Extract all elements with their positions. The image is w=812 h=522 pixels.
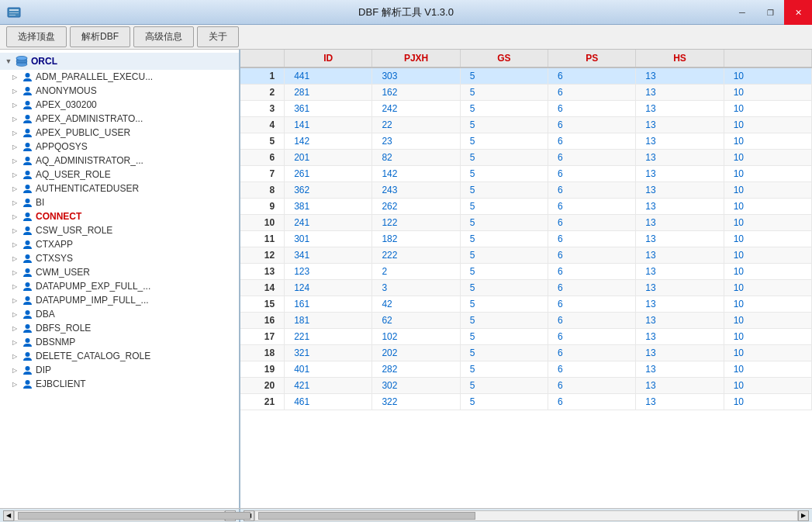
table-row[interactable]: 1516142561310 — [240, 296, 812, 313]
table-row[interactable]: 12341222561310 — [240, 247, 812, 264]
h-scroll-thumb-left[interactable] — [18, 512, 251, 520]
table-row[interactable]: 8362243561310 — [240, 182, 812, 199]
table-cell: 10 — [724, 378, 811, 394]
table-cell: 10 — [724, 247, 811, 264]
tree-item[interactable]: ▷ DBA — [0, 307, 239, 321]
user-icon — [22, 309, 33, 320]
table-row[interactable]: 21461322561310 — [240, 394, 812, 410]
tree-item[interactable]: ▷ AQ_ADMINISTRATOR_... — [0, 154, 239, 168]
user-icon — [22, 197, 33, 208]
table-cell: 6 — [548, 361, 636, 378]
col-header-pjxh: PJXH — [372, 50, 460, 67]
user-icon — [22, 281, 33, 292]
table-row[interactable]: 414122561310 — [240, 117, 812, 133]
table-cell: 222 — [372, 247, 460, 264]
tree-scroll[interactable]: ▼ ORCL ▷ ADM_PARALLE — [0, 50, 239, 508]
table-row[interactable]: 10241122561310 — [240, 215, 812, 231]
table-row[interactable]: 18321202561310 — [240, 345, 812, 361]
table-cell: 6 — [548, 101, 636, 117]
user-icon — [22, 225, 33, 236]
tree-item[interactable]: ▷ DIP — [0, 363, 239, 377]
minimize-button[interactable] — [728, 0, 756, 25]
table-row[interactable]: 131232561310 — [240, 264, 812, 280]
table-cell: 10 — [724, 345, 811, 361]
table-row[interactable]: 514223561310 — [240, 133, 812, 150]
tree-item[interactable]: ▷ CSW_USR_ROLE — [0, 223, 239, 237]
tab-about[interactable]: 关于 — [197, 26, 239, 47]
table-row[interactable]: 7261142561310 — [240, 166, 812, 182]
h-scroll-left-arrow[interactable]: ◀ — [3, 510, 14, 521]
h-scroll-track-left[interactable] — [14, 510, 225, 521]
tree-item[interactable]: ▷ AUTHENTICATEDUSER — [0, 181, 239, 195]
table-cell: 13 — [636, 247, 724, 264]
tree-item[interactable]: ▷ BI — [0, 195, 239, 209]
restore-button[interactable] — [756, 0, 784, 25]
table-cell: 5 — [460, 313, 548, 329]
table-cell: 6 — [548, 117, 636, 133]
tree-item[interactable]: ▷ APPQOSYS — [0, 140, 239, 154]
tree-item[interactable]: ▷ CONNECT — [0, 209, 239, 223]
bottom-left-scroll: ◀ ▶ — [0, 509, 240, 522]
tree-item-label: DATAPUMP_IMP_FULL_... — [36, 295, 149, 306]
table-cell: 262 — [372, 199, 460, 215]
table-row[interactable]: 141243561310 — [240, 280, 812, 296]
table-row[interactable]: 2281162561310 — [240, 85, 812, 101]
table-cell: 5 — [460, 182, 548, 199]
tree-item[interactable]: ▷ DBSNMP — [0, 335, 239, 349]
tab-advanced-info[interactable]: 高级信息 — [133, 26, 194, 47]
table-cell: 6 — [548, 215, 636, 231]
table-row[interactable]: 19401282561310 — [240, 361, 812, 378]
table-cell: 122 — [372, 215, 460, 231]
h-scroll-track-right[interactable] — [254, 510, 798, 521]
close-button[interactable] — [784, 0, 812, 25]
table-row[interactable]: 20421302561310 — [240, 378, 812, 394]
data-table-wrap[interactable]: ID PJXH GS PS HS 14413035613102281162561… — [240, 50, 812, 508]
tree-item[interactable]: ▷ EJBCLIENT — [0, 377, 239, 391]
table-row[interactable]: 3361242561310 — [240, 101, 812, 117]
table-cell: 8 — [240, 182, 285, 199]
table-cell: 10 — [724, 150, 811, 166]
table-row[interactable]: 1618162561310 — [240, 313, 812, 329]
table-cell: 6 — [548, 247, 636, 264]
h-scroll-data-right-arrow[interactable]: ▶ — [798, 510, 809, 521]
table-row[interactable]: 620182561310 — [240, 150, 812, 166]
tree-item[interactable]: ▷ CTXSYS — [0, 251, 239, 265]
tree-item[interactable]: ▷ ADM_PARALLEL_EXECU... — [0, 70, 239, 84]
tree-item[interactable]: ▷ APEX_030200 — [0, 98, 239, 112]
tree-item[interactable]: ▷ APEX_PUBLIC_USER — [0, 126, 239, 140]
tree-item[interactable]: ▷ APEX_ADMINISTRATO... — [0, 112, 239, 126]
table-cell: 23 — [372, 133, 460, 150]
table-cell: 13 — [636, 133, 724, 150]
tree-item-label: CONNECT — [36, 211, 81, 222]
tree-item[interactable]: ▷ AQ_USER_ROLE — [0, 168, 239, 181]
svg-point-9 — [25, 73, 29, 78]
h-scroll-thumb-right[interactable] — [258, 512, 475, 520]
table-row[interactable]: 1441303561310 — [240, 67, 812, 85]
tree-item-arrow: ▷ — [12, 213, 20, 220]
tree-item-arrow: ▷ — [12, 311, 20, 318]
tree-item[interactable]: ▷ DELETE_CATALOG_ROLE — [0, 349, 239, 363]
bottom-bar: ◀ ▶ ◀ ▶ — [0, 508, 812, 522]
table-cell: 5 — [460, 166, 548, 182]
table-row[interactable]: 17221102561310 — [240, 329, 812, 345]
table-row[interactable]: 11301182561310 — [240, 231, 812, 247]
tab-parse-dbf[interactable]: 解析DBF — [70, 26, 130, 47]
table-cell: 5 — [460, 231, 548, 247]
tree-item[interactable]: ▷ CWM_USER — [0, 265, 239, 279]
table-cell: 5 — [460, 67, 548, 85]
tree-item-arrow: ▷ — [12, 283, 20, 290]
table-cell: 441 — [285, 67, 372, 85]
table-row[interactable]: 9381262561310 — [240, 199, 812, 215]
table-cell: 5 — [460, 378, 548, 394]
tree-item-label: EJBCLIENT — [36, 379, 86, 389]
table-header: ID PJXH GS PS HS — [240, 50, 812, 67]
table-cell: 10 — [724, 101, 811, 117]
svg-point-28 — [25, 338, 29, 343]
tree-item[interactable]: ▷ CTXAPP — [0, 237, 239, 251]
tree-item[interactable]: ▷ DATAPUMP_IMP_FULL_... — [0, 293, 239, 307]
tree-item[interactable]: ▷ DBFS_ROLE — [0, 321, 239, 335]
tree-item[interactable]: ▷ ANONYMOUS — [0, 84, 239, 98]
tree-item[interactable]: ▷ DATAPUMP_EXP_FULL_... — [0, 279, 239, 293]
tab-select-disk[interactable]: 选择顶盘 — [6, 26, 67, 47]
tree-root-row[interactable]: ▼ ORCL — [0, 53, 239, 70]
